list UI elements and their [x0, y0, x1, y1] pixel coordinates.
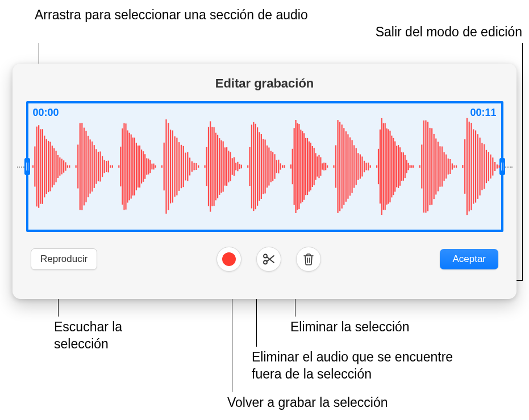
callout-line: [256, 291, 257, 347]
callout-listen: Escuchar la selección: [54, 319, 168, 353]
svg-line-224: [266, 257, 274, 263]
trim-button[interactable]: [256, 247, 281, 272]
record-icon: [222, 252, 236, 266]
waveform-selection-area[interactable]: 00:00 00:11: [26, 101, 503, 232]
callout-drag-select: Arrastra para seleccionar una sección de…: [35, 7, 308, 24]
callout-exit-edit: Salir del modo de edición: [376, 24, 522, 41]
record-button[interactable]: [216, 247, 241, 272]
svg-line-225: [266, 256, 274, 261]
callout-delete: Eliminar la selección: [290, 319, 410, 336]
play-button[interactable]: Reproducir: [31, 248, 97, 270]
toolbar: Reproducir Aceptar: [25, 247, 504, 272]
edit-recording-panel: Editar grabación 00:00 00:11 Reproducir: [13, 64, 516, 299]
callout-line: [232, 291, 232, 392]
waveform-display: [28, 103, 501, 230]
callout-trim-outside: Eliminar el audio que se encuentre fuera…: [252, 349, 468, 383]
center-button-group: [216, 247, 321, 272]
scissors-icon: [262, 252, 276, 266]
accept-button[interactable]: Aceptar: [440, 249, 498, 269]
panel-title: Editar grabación: [25, 76, 504, 91]
callout-rerecord: Volver a grabar la selección: [227, 394, 388, 411]
delete-button[interactable]: [296, 247, 321, 272]
callout-line: [522, 43, 523, 281]
trash-icon: [302, 252, 315, 266]
